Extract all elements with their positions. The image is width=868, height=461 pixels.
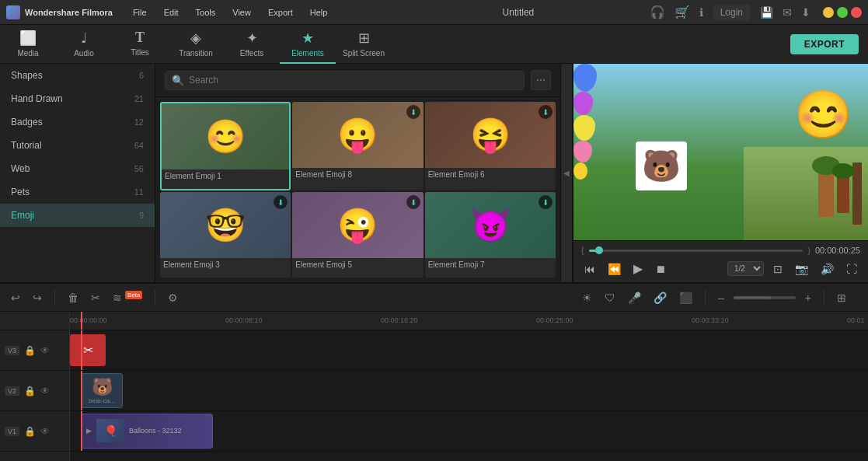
timeline-body: V3 🔒 👁 V2 🔒 👁 V1 🔒 👁 00: [0, 312, 868, 461]
category-emoji[interactable]: Emoji 9 [0, 204, 155, 227]
gift-icon[interactable]: 🛒 [675, 5, 690, 19]
toolbar-effects[interactable]: ✦ Effects [224, 25, 280, 64]
video-clip-play-icon: ▶ [86, 427, 92, 435]
stop-button[interactable]: ⏹ [652, 261, 669, 277]
download-badge-emoji8[interactable]: ⬇ [406, 105, 420, 119]
track3-lock-icon[interactable]: 🔒 [24, 426, 36, 437]
shield-button[interactable]: 🛡 [601, 290, 619, 306]
delete-button[interactable]: 🗑 [64, 290, 82, 306]
category-tutorial[interactable]: Tutorial 64 [0, 134, 155, 157]
audio-mix-button[interactable]: ≋ Beta [110, 290, 145, 306]
maximize-button[interactable]: □ [837, 7, 848, 18]
close-button[interactable]: × [851, 7, 862, 18]
toolbar-titles[interactable]: T Titles [112, 25, 168, 64]
save-icon[interactable]: 💾 [760, 6, 773, 19]
headphones-icon[interactable]: 🎧 [650, 5, 665, 19]
menu-export[interactable]: Export [260, 5, 301, 20]
download-badge-emoji5[interactable]: ⬇ [406, 195, 420, 209]
menu-edit[interactable]: Edit [156, 5, 186, 20]
cut-clip[interactable]: ✂ [70, 334, 106, 366]
track2-cursor [81, 371, 82, 410]
track3-eye-icon[interactable]: 👁 [40, 426, 50, 437]
snap-button[interactable]: ☀ [579, 290, 595, 306]
settings-button[interactable]: ⚙ [165, 290, 181, 306]
category-pets[interactable]: Pets 11 [0, 180, 155, 204]
timeline-scroll-area[interactable]: 00:00:00:00 00:00:08:10 00:00:16:20 00:0… [70, 312, 868, 461]
grid-item-emoji3[interactable]: 🤓 ⬇ Element Emoji 3 [160, 192, 291, 278]
login-button[interactable]: Login [713, 5, 751, 20]
time-slider-thumb [595, 246, 603, 254]
zoom-slider[interactable] [734, 296, 796, 299]
grid-item-emoji6[interactable]: 😝 ⬇ Element Emoji 6 [425, 102, 556, 190]
menu-tools[interactable]: Tools [188, 5, 224, 20]
mail-icon[interactable]: ✉ [783, 6, 792, 19]
track3-row: ▶ 🎈 Balloons - 32132 [70, 411, 868, 452]
track1-eye-icon[interactable]: 👁 [40, 345, 50, 356]
grid-thumb-emoji8: 😛 [292, 102, 423, 168]
cut-button[interactable]: ✂ [88, 290, 103, 306]
category-shapes[interactable]: Shapes 6 [0, 64, 155, 87]
timeline: ↩ ↪ 🗑 ✂ ≋ Beta ⚙ ☀ 🛡 🎤 🔗 ⬛ – + ⊞ [0, 282, 868, 461]
menu-view[interactable]: View [225, 5, 259, 20]
quality-select[interactable]: 1/2 1/4 Full [727, 261, 764, 276]
grid-item-emoji7[interactable]: 😈 ⬇ Element Emoji 7 [425, 192, 556, 278]
zoom-out-button[interactable]: – [715, 290, 727, 306]
ruler-mark-1: 00:00:08:10 [225, 316, 263, 324]
panel-collapse-button[interactable]: ◀ [560, 64, 573, 282]
grid-item-emoji8[interactable]: 😛 ⬇ Element Emoji 8 [292, 102, 423, 190]
grid-item-emoji1[interactable]: 😊 Element Emoji 1 [160, 102, 291, 190]
overlay-button[interactable]: ⬛ [676, 290, 695, 306]
redo-button[interactable]: ↪ [30, 290, 45, 306]
search-icon: 🔍 [172, 75, 184, 86]
track1-lock-icon[interactable]: 🔒 [24, 345, 36, 356]
step-back-button[interactable]: ⏮ [581, 261, 598, 277]
mic-button[interactable]: 🎤 [625, 290, 644, 306]
bear-clip[interactable]: 🐻 bear-ca... [81, 373, 123, 408]
category-sidebar: Shapes 6 Hand Drawn 21 Badges 12 Tutoria… [0, 64, 155, 282]
track2-eye-icon[interactable]: 👁 [40, 386, 50, 396]
download-icon[interactable]: ⬇ [801, 6, 810, 19]
download-badge-emoji7[interactable]: ⬇ [539, 195, 553, 209]
track2-area: 🐻 bear-ca... [70, 371, 868, 410]
menu-file[interactable]: File [125, 5, 155, 20]
zoom-in-button[interactable]: + [802, 290, 814, 306]
frame-back-button[interactable]: ⏪ [605, 261, 624, 277]
snapshot-button[interactable]: 📷 [792, 261, 811, 277]
track1-cursor [81, 330, 82, 370]
media-icon: ⬜ [19, 30, 37, 47]
fullscreen-button[interactable]: ⛶ [843, 261, 860, 277]
ruler-spacer [0, 312, 69, 330]
undo-button[interactable]: ↩ [8, 290, 23, 306]
menu-help[interactable]: Help [302, 5, 336, 20]
export-button[interactable]: EXPORT [790, 34, 859, 54]
toolbar-transition[interactable]: ◈ Transition [168, 25, 224, 64]
link-button[interactable]: 🔗 [650, 290, 670, 306]
balloon-pink [573, 141, 592, 162]
time-slider[interactable] [589, 250, 804, 252]
category-web[interactable]: Web 56 [0, 157, 155, 180]
category-hand-drawn[interactable]: Hand Drawn 21 [0, 87, 155, 110]
content-area: 🔍 ⋯ 😊 Element Emoji 1 😛 ⬇ [155, 64, 560, 282]
ruler-mark-4: 00:00:33:10 [692, 316, 729, 324]
toolbar-media[interactable]: ⬜ Media [0, 25, 56, 64]
search-input-wrap[interactable]: 🔍 [165, 71, 525, 90]
play-button[interactable]: ▶ [630, 260, 646, 278]
track2-lock-icon[interactable]: 🔒 [24, 386, 36, 396]
grid-toggle-button[interactable]: ⋯ [531, 70, 551, 90]
expand-button[interactable]: ⊞ [834, 290, 849, 306]
volume-button[interactable]: 🔊 [817, 261, 837, 277]
video-clip-balloons[interactable]: ▶ 🎈 Balloons - 32132 [81, 414, 213, 449]
balloon-thumbnail-icon: 🎈 [104, 424, 117, 437]
scissors-icon: ✂ [83, 343, 93, 358]
toolbar-audio[interactable]: ♩ Audio [56, 25, 112, 64]
toolbar-elements[interactable]: ★ Elements [280, 25, 336, 64]
download-badge-emoji6[interactable]: ⬇ [539, 105, 553, 119]
category-badges[interactable]: Badges 12 [0, 110, 155, 134]
grid-label-emoji1: Element Emoji 1 [162, 169, 289, 183]
toolbar-split-screen[interactable]: ⊞ Split Screen [336, 25, 392, 64]
fit-to-screen-button[interactable]: ⊡ [770, 261, 786, 277]
minimize-button[interactable]: – [823, 7, 834, 18]
grid-item-emoji5[interactable]: 😜 ⬇ Element Emoji 5 [292, 192, 423, 278]
info-icon[interactable]: ℹ [699, 6, 703, 19]
search-input[interactable] [189, 75, 518, 86]
